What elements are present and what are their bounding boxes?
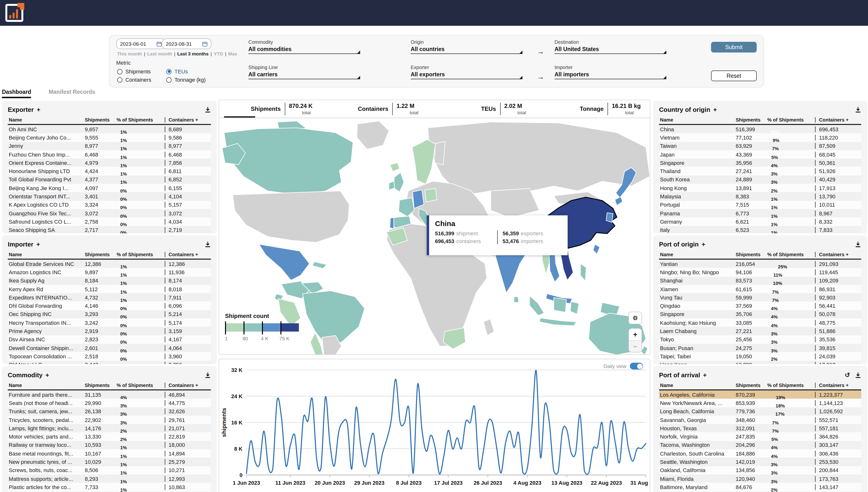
table-row[interactable]: Mattress supports; article...8,2931%12,9… (8, 474, 211, 483)
country-sri-lanka[interactable] (514, 297, 519, 302)
table-row[interactable]: Charleston, South Carolina184,8864%306,4… (659, 449, 861, 458)
table-row[interactable]: Laem Chabang27,2213%51,886 (659, 327, 861, 336)
table-row[interactable]: Motor vehicles; parts and...13,3302%22,8… (8, 433, 211, 441)
country-usa[interactable] (233, 191, 349, 242)
download-icon[interactable] (205, 241, 211, 247)
map-fit-button[interactable] (629, 312, 642, 324)
table-row[interactable]: Expeditors INTERNATIO...4,7321%7,911 (8, 293, 211, 302)
table-row[interactable]: Kaohsiung; Kao Hsiung33,0854%48,775 (659, 318, 861, 327)
country-russia[interactable] (428, 122, 650, 196)
shipping-line-dropdown[interactable]: Shipping Line All carriers (248, 65, 360, 79)
radio-containers[interactable]: Containers (117, 77, 151, 83)
country-madagascar[interactable] (484, 319, 494, 336)
table-row[interactable]: Dsv Airsea INC2,8230%4,167 (8, 335, 211, 344)
table-row[interactable]: Taipei; Taibei19,0502%24,039 (659, 352, 861, 361)
download-icon[interactable] (855, 106, 861, 113)
country-philippines[interactable] (581, 264, 586, 281)
importer-dropdown[interactable]: Importer All importers (555, 65, 666, 79)
table-row[interactable]: Hecny Transportation IN...3,2420%5,174 (8, 318, 211, 327)
table-row[interactable]: Kerry Apex Rd5,1121%8,018 (8, 285, 211, 293)
table-row[interactable]: Lamps, light fittings; inclu...14,1762%2… (8, 424, 211, 433)
download-icon[interactable] (855, 241, 861, 247)
table-row[interactable]: Base metal mountings, fit...10,1671%14,8… (8, 449, 211, 458)
table-row[interactable]: Dhl Global Forwarding4,1460%6,096 (8, 302, 211, 310)
tab-dashboard[interactable]: Dashboard (2, 89, 31, 98)
region-central-asia[interactable] (491, 189, 539, 218)
radio-circle-icon[interactable] (117, 77, 123, 82)
calendar-icon[interactable] (202, 41, 207, 46)
table-row[interactable]: Tokyo25,4563%35,536 (659, 335, 861, 344)
island-sumatra[interactable] (530, 296, 544, 316)
country-japan-south[interactable] (615, 197, 622, 205)
country-portugal[interactable] (390, 218, 394, 229)
table-row[interactable]: Miami, Florida120,9403%173,763 (659, 474, 861, 483)
add-column-icon[interactable]: + (36, 240, 40, 248)
table-row[interactable]: Japan43,3695%68,045 (659, 150, 861, 159)
add-column-icon[interactable]: + (713, 106, 717, 113)
col-containers[interactable]: Containers + (165, 383, 211, 388)
radio-selected-icon[interactable] (166, 69, 172, 74)
country-mexico[interactable] (259, 244, 310, 280)
zoom-out-button[interactable]: − (629, 340, 641, 352)
add-column-icon[interactable]: + (37, 106, 40, 113)
country-norway-sweden[interactable] (412, 140, 435, 184)
country-ireland[interactable] (389, 181, 394, 190)
radio-circle-icon[interactable] (117, 69, 123, 74)
table-row[interactable]: Taiwan63,9297%87,509 (659, 142, 861, 150)
range-ytd[interactable]: YTD (214, 51, 223, 56)
country-greenland[interactable] (357, 121, 389, 149)
download-icon[interactable] (205, 106, 211, 113)
table-row[interactable]: Safround Logistics CO L...2,7580%4,034 (8, 218, 211, 226)
table-row[interactable]: Seats (not those of headi...29,9903%44,7… (8, 399, 211, 408)
table-row[interactable]: Toll Global Forwarding Pvt4,3771%6,852 (8, 175, 211, 184)
table-row[interactable]: Tricycles, scooters, pedal...22,9023%29,… (8, 416, 211, 424)
table-row[interactable]: Oh Ami INC9,6571%8,689 (8, 125, 211, 133)
table-row[interactable]: Beijing Kang Jie Kong I...4,0970%6,155 (8, 184, 211, 192)
table-row[interactable]: Vung Tau59,9997%92,903 (659, 293, 861, 302)
table-row[interactable]: Furniture and parts there...31,1354%46,8… (8, 390, 211, 399)
table-row[interactable]: Hong Kong13,8912%17,913 (659, 184, 861, 192)
table-row[interactable]: Beijing Century Joho Co...9,5551%9,586 (8, 133, 211, 142)
table-row[interactable]: Xiamen61,6157%86,931 (659, 285, 861, 293)
table-row[interactable]: South Korea24,8893%40,429 (659, 175, 861, 184)
table-row[interactable]: Oakland, California134,8563%200,844 (659, 466, 861, 474)
table-row[interactable]: Amazon Logistics INC9,8971%11,936 (8, 268, 211, 277)
table-row[interactable]: Tacoma, Washington204,2964%303,147 (659, 441, 861, 449)
table-row[interactable]: Italy6,5231%7,833 (659, 226, 861, 233)
country-iceland[interactable] (390, 163, 400, 172)
download-icon[interactable] (205, 372, 211, 378)
country-taiwan[interactable] (593, 244, 600, 254)
exporter-dropdown[interactable]: Exporter All exporters (411, 65, 522, 79)
table-row[interactable]: New pneumatic tyres, of ...10,0291%25,27… (8, 458, 211, 466)
table-row[interactable]: Global Etrade Services INC12,3861%12,386 (8, 260, 211, 268)
table-row[interactable]: K Apex Logistics CO LTD3,3240%5,157 (8, 200, 211, 209)
stat-tonnage[interactable]: Tonnage 16.21 B kgtotal (542, 100, 650, 118)
table-row[interactable]: Orient Express Containe...4,9791%7,856 (8, 158, 211, 167)
reset-selection-icon[interactable]: ↺ (845, 372, 850, 378)
table-row[interactable]: Prime Agency2,9190%3,159 (8, 327, 211, 336)
table-row[interactable]: Savannah, Georgia348,4607%552,571 (659, 416, 861, 424)
table-row[interactable]: Singapore35,9564%50,361 (659, 158, 861, 167)
table-row[interactable]: Germany6,6211%8,332 (659, 218, 861, 226)
reset-button[interactable]: Reset (711, 71, 757, 81)
origin-dropdown[interactable]: Origin All countries (411, 40, 522, 54)
table-row[interactable]: Jenny8,9771%8,977 (8, 142, 211, 150)
col-containers[interactable]: Containers + (165, 252, 211, 257)
toggle-switch-icon[interactable] (630, 363, 643, 369)
col-containers[interactable]: Containers + (815, 252, 861, 257)
calendar-icon[interactable] (156, 41, 162, 46)
submit-button[interactable]: Submit (711, 42, 757, 52)
range-max[interactable]: Max (228, 51, 237, 56)
table-row[interactable]: Qingdao37,5694%56,441 (659, 302, 861, 310)
radio-circle-icon[interactable] (166, 77, 172, 82)
table-row[interactable]: Orientstar Transport INT...3,4010%4,104 (8, 192, 211, 201)
country-finland[interactable] (434, 142, 445, 165)
tab-manifest-records[interactable]: Manifest Records (49, 89, 95, 98)
table-row[interactable]: Norfolk, Virginia247,8355%364,826 (659, 433, 861, 441)
table-row[interactable]: China516,39959%696,453 (659, 125, 861, 133)
date-to-input[interactable]: 2023-08-31 (162, 39, 211, 49)
island-java[interactable] (540, 318, 577, 326)
table-row[interactable]: Vietnam77,1029%118,220 (659, 133, 861, 142)
radio-shipments[interactable]: Shipments (117, 69, 151, 74)
add-column-icon[interactable]: + (701, 240, 705, 248)
